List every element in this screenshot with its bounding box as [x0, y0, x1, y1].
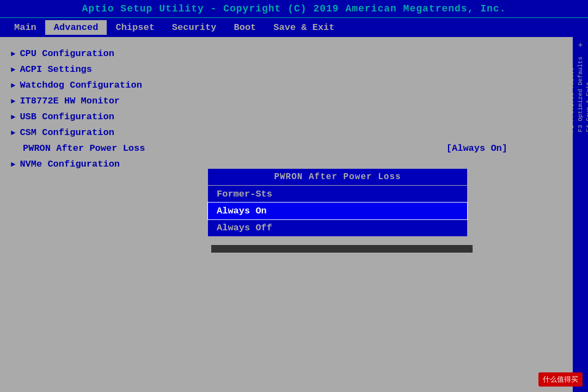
nav-tab-save-&-exit[interactable]: Save & Exit — [265, 20, 343, 35]
menu-item-value: [Always On] — [446, 143, 507, 154]
menu-item-label: Watchdog Configuration — [20, 80, 142, 90]
popup-item-always-on[interactable]: Always On — [208, 203, 467, 219]
menu-item-label: CPU Configuration — [20, 48, 114, 59]
nav-tab-main[interactable]: Main — [5, 20, 45, 35]
nav-tab-boot[interactable]: Boot — [225, 20, 265, 35]
menu-item-label: NVMe Configuration — [20, 159, 120, 169]
nav-bar: MainAdvancedChipsetSecurityBootSave & Ex… — [0, 17, 588, 37]
nav-tab-chipset[interactable]: Chipset — [107, 20, 163, 35]
menu-item-acpi-settings[interactable]: ►ACPI Settings — [11, 62, 562, 77]
menu-item-watchdog-configuration[interactable]: ►Watchdog Configuration — [11, 77, 562, 93]
arrow-icon: ► — [11, 50, 15, 58]
arrow-icon: ► — [11, 160, 15, 169]
popup-shadow — [211, 245, 473, 253]
popup-item-always-off[interactable]: Always Off — [208, 219, 467, 236]
menu-item-it8772e-hw-monitor[interactable]: ►IT8772E HW Monitor — [11, 93, 562, 109]
arrow-icon: ► — [11, 128, 15, 137]
watermark: 什么值得买 — [538, 372, 583, 387]
menu-item-cpu-configuration[interactable]: ►CPU Configuration — [11, 46, 562, 62]
menu-item-pwron-after-power-loss[interactable]: PWRON After Power Loss[Always On] — [11, 140, 562, 156]
main-content: ►CPU Configuration►ACPI Settings►Watchdo… — [0, 37, 588, 392]
menu-item-label: CSM Configuration — [20, 127, 114, 138]
menu-item-label: IT8772E HW Monitor — [20, 96, 120, 106]
nav-tab-security[interactable]: Security — [163, 20, 225, 35]
menu-item-usb-configuration[interactable]: ►USB Configuration — [11, 109, 562, 125]
menu-item-label: ACPI Settings — [20, 64, 92, 75]
sidebar-plus: + — [578, 41, 583, 50]
sidebar-help-text: F1 General HelpF2 Previous ValuesF3 Opti… — [560, 57, 588, 132]
popup-title: PWRON After Power Loss — [208, 169, 467, 186]
menu-item-csm-configuration[interactable]: ►CSM Configuration — [11, 125, 562, 140]
arrow-icon: ► — [11, 65, 15, 74]
arrow-icon: ► — [11, 113, 15, 121]
arrow-icon: ► — [11, 97, 15, 106]
right-sidebar: + F1 General HelpF2 Previous ValuesF3 Op… — [573, 37, 588, 392]
title-bar: Aptio Setup Utility - Copyright (C) 2019… — [0, 0, 588, 17]
nav-tab-advanced[interactable]: Advanced — [45, 20, 107, 35]
menu-item-label: USB Configuration — [20, 112, 114, 122]
arrow-icon: ► — [11, 81, 15, 90]
menu-item-label: PWRON After Power Loss — [23, 143, 145, 154]
popup-dialog: PWRON After Power Loss Former-StsAlways … — [207, 168, 468, 237]
popup-item-former-sts[interactable]: Former-Sts — [208, 186, 467, 203]
